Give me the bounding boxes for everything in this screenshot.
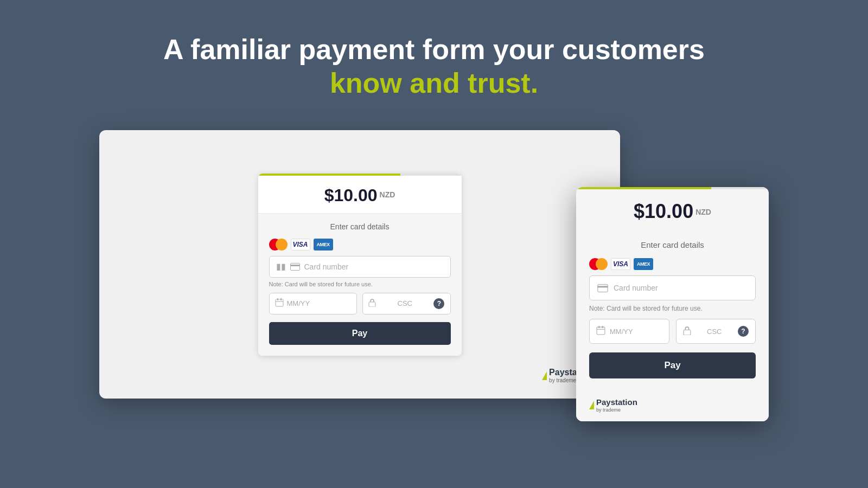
paystation-triangle-icon bbox=[542, 371, 547, 380]
desktop-csc-placeholder: CSC bbox=[398, 299, 412, 307]
desktop-expiry-placeholder: MM/YY bbox=[287, 299, 310, 307]
mobile-card-note: Note: Card will be stored for future use… bbox=[589, 305, 756, 312]
mobile-payment-widget: $10.00NZD Enter card details VISA AMEX C… bbox=[576, 187, 769, 421]
svg-rect-13 bbox=[684, 330, 691, 335]
desktop-card-number-placeholder: Card number bbox=[304, 262, 349, 271]
mobile-paystation-label: Paystation bbox=[596, 398, 637, 407]
mobile-amex-icon: AMEX bbox=[634, 258, 653, 270]
headline-section: A familiar payment form your customers k… bbox=[163, 33, 705, 100]
desktop-card-number-field[interactable]: ▮▮ Card number bbox=[269, 256, 451, 278]
mobile-expiry-csc-row: MM/YY CSC ? bbox=[589, 319, 756, 344]
svg-rect-7 bbox=[598, 284, 608, 292]
svg-rect-12 bbox=[602, 326, 603, 328]
svg-rect-5 bbox=[280, 298, 282, 300]
desktop-expiry-csc-row: MM/YY CSC ? bbox=[269, 293, 451, 314]
mastercard-right-circle bbox=[276, 239, 288, 251]
mobile-enter-card-details-label: Enter card details bbox=[589, 240, 756, 249]
mobile-amount-currency: NZD bbox=[695, 208, 711, 216]
mobile-card-svg-icon bbox=[597, 284, 608, 292]
mobile-csc-placeholder: CSC bbox=[707, 328, 722, 336]
desktop-amount-value: $10.00 bbox=[324, 185, 378, 205]
svg-rect-6 bbox=[369, 302, 375, 307]
mobile-amount-section: $10.00NZD bbox=[576, 189, 769, 232]
visa-icon: VISA bbox=[291, 239, 310, 251]
calendar-icon bbox=[275, 298, 284, 309]
mastercard-icon bbox=[269, 239, 288, 251]
mobile-card-number-field[interactable]: Card number bbox=[589, 275, 756, 300]
headline-line1: A familiar payment form your customers bbox=[163, 33, 705, 66]
amex-icon: AMEX bbox=[314, 239, 333, 251]
mobile-csc-field[interactable]: CSC ? bbox=[676, 319, 756, 344]
desktop-amount-currency: NZD bbox=[380, 190, 395, 199]
mobile-card-details-section: Enter card details VISA AMEX Card number… bbox=[576, 232, 769, 389]
desktop-card-details-section: Enter card details VISA AMEX ▮▮ Car bbox=[258, 214, 462, 356]
paystation-sublabel: by trademe bbox=[549, 377, 576, 383]
mobile-pay-button[interactable]: Pay bbox=[589, 352, 756, 378]
headline-line2: know and trust. bbox=[163, 66, 705, 100]
desktop-enter-card-details-label: Enter card details bbox=[269, 222, 451, 231]
mobile-card-icons: VISA AMEX bbox=[589, 258, 756, 270]
mobile-amount-value: $10.00 bbox=[634, 200, 693, 222]
svg-rect-0 bbox=[290, 263, 299, 270]
page-background: A familiar payment form your customers k… bbox=[0, 0, 868, 488]
desktop-expiry-field[interactable]: MM/YY bbox=[269, 293, 358, 314]
mobile-help-icon[interactable]: ? bbox=[738, 326, 749, 337]
mobile-expiry-placeholder: MM/YY bbox=[610, 328, 633, 336]
mobile-lock-icon bbox=[683, 326, 691, 337]
mobile-card-number-placeholder: Card number bbox=[614, 284, 658, 292]
svg-rect-9 bbox=[597, 327, 605, 335]
mobile-paystation-sublabel: by trademe bbox=[596, 407, 637, 413]
desktop-browser-card: $10.00NZD Enter card details VISA AMEX ▮… bbox=[99, 130, 620, 399]
desktop-csc-field[interactable]: CSC ? bbox=[362, 293, 451, 314]
svg-rect-8 bbox=[597, 286, 608, 287]
desktop-payment-widget: $10.00NZD Enter card details VISA AMEX ▮… bbox=[258, 174, 462, 356]
svg-rect-1 bbox=[290, 265, 300, 266]
mobile-paystation-triangle-icon bbox=[589, 401, 594, 409]
svg-rect-2 bbox=[276, 299, 283, 306]
desktop-pay-button[interactable]: Pay bbox=[269, 322, 451, 345]
desktop-card-icons: VISA AMEX bbox=[269, 239, 451, 251]
card-icon: ▮▮ bbox=[276, 261, 286, 272]
desktop-amount-section: $10.00NZD bbox=[258, 176, 462, 214]
mobile-mastercard-icon bbox=[589, 258, 608, 270]
svg-rect-11 bbox=[598, 326, 599, 328]
desktop-help-icon[interactable]: ? bbox=[433, 298, 444, 309]
mobile-calendar-icon bbox=[596, 326, 605, 337]
mobile-paystation-logo: Paystation by trademe bbox=[576, 389, 769, 421]
mobile-expiry-field[interactable]: MM/YY bbox=[589, 319, 669, 344]
desktop-card-note: Note: Card will be stored for future use… bbox=[269, 281, 451, 287]
card-svg-icon bbox=[290, 263, 300, 271]
lock-icon bbox=[368, 298, 376, 309]
mobile-paystation-text-block: Paystation by trademe bbox=[596, 398, 637, 413]
svg-rect-4 bbox=[277, 298, 278, 300]
mobile-visa-icon: VISA bbox=[611, 258, 630, 270]
